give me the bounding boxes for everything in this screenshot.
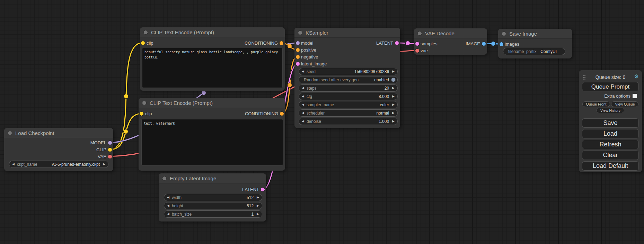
arrow-left-icon[interactable]: ◀ <box>167 196 169 199</box>
widget-ckpt-name[interactable]: ◀ ckpt_name v1-5-pruned-emaonly.ckpt ▶ <box>9 161 108 168</box>
view-history-button[interactable]: View History <box>597 108 624 113</box>
toggle-icon[interactable] <box>391 78 396 82</box>
node-title-bar[interactable]: VAE Decode <box>414 28 487 38</box>
widget-filename-prefix[interactable]: filename_prefix ComfyUI <box>503 48 565 55</box>
input-slot-clip[interactable] <box>139 111 144 116</box>
node-save-image[interactable]: Save Image images filename_prefix ComfyU… <box>498 29 572 58</box>
input-slot-model[interactable] <box>295 41 300 45</box>
node-title-bar[interactable]: Load Checkpoint <box>4 128 113 138</box>
arrow-right-icon[interactable]: ▶ <box>392 70 395 73</box>
arrow-right-icon[interactable]: ▶ <box>392 111 395 115</box>
output-slot-latent[interactable] <box>395 41 399 45</box>
queue-prompt-button[interactable]: Queue Prompt <box>582 82 639 91</box>
collapse-dot-icon[interactable] <box>502 31 506 36</box>
output-row: VAE <box>4 153 113 160</box>
refresh-button[interactable]: Refresh <box>582 140 639 149</box>
arrow-left-icon[interactable]: ◀ <box>302 103 304 106</box>
node-title-bar[interactable]: Save Image <box>498 29 572 39</box>
node-clip-text-encode-negative[interactable]: CLIP Text Encode (Prompt) clip CONDITION… <box>139 98 285 171</box>
output-slot-vae[interactable] <box>108 154 112 159</box>
arrow-right-icon[interactable]: ▶ <box>392 103 395 106</box>
load-button[interactable]: Load <box>582 129 639 138</box>
collapse-dot-icon[interactable] <box>298 30 302 35</box>
collapse-dot-icon[interactable] <box>417 31 422 36</box>
input-slot-clip[interactable] <box>141 41 145 45</box>
arrow-right-icon[interactable]: ▶ <box>257 213 259 216</box>
input-slot-positive[interactable] <box>295 48 300 52</box>
input-slot-negative[interactable] <box>295 55 300 59</box>
node-clip-text-encode-positive[interactable]: CLIP Text Encode (Prompt) clip CONDITION… <box>140 27 285 91</box>
arrow-left-icon[interactable]: ◀ <box>12 163 15 166</box>
widget-label: filename_prefix <box>508 49 536 54</box>
arrow-left-icon[interactable]: ◀ <box>302 120 304 123</box>
widget-value: 156680208700286 <box>354 69 389 74</box>
widget-value: ComfyUI <box>540 49 557 54</box>
input-label: samples <box>421 41 437 46</box>
prompt-textarea[interactable]: beautiful scenery nature glass bottle la… <box>142 48 283 88</box>
output-slot-clip[interactable] <box>108 147 112 152</box>
link-dot[interactable] <box>202 91 206 95</box>
widget-random-seed[interactable]: Random seed after every gen enabled <box>299 76 398 83</box>
prompt-textarea[interactable]: text, watermark <box>141 119 283 165</box>
load-default-button[interactable]: Load Default <box>582 161 639 171</box>
widget-cfg[interactable]: ◀ cfg 8.000 ▶ <box>299 93 398 100</box>
output-slot-latent[interactable] <box>261 187 265 192</box>
arrow-right-icon[interactable]: ▶ <box>257 204 259 207</box>
input-slot-vae[interactable] <box>415 48 420 53</box>
node-title-bar[interactable]: CLIP Text Encode (Prompt) <box>139 98 285 108</box>
output-slot-conditioning[interactable] <box>280 111 284 116</box>
widget-denoise[interactable]: ◀ denoise 1.000 ▶ <box>299 118 398 125</box>
node-title-bar[interactable]: KSampler <box>294 28 400 38</box>
widget-scheduler[interactable]: ◀ scheduler normal ▶ <box>299 109 398 117</box>
output-slot-conditioning[interactable] <box>279 41 284 45</box>
link-dot[interactable] <box>124 94 129 99</box>
input-slot-samples[interactable] <box>415 42 420 46</box>
node-load-checkpoint[interactable]: Load Checkpoint MODEL CLIP VAE ◀ ckpt_na… <box>4 128 113 171</box>
input-slot-latent-image[interactable] <box>295 62 300 66</box>
node-ksampler[interactable]: KSampler model LATENT positive negative … <box>294 28 400 128</box>
arrow-right-icon[interactable]: ▶ <box>392 95 395 98</box>
slot-row: latent_image <box>294 60 400 67</box>
link-dot[interactable] <box>288 83 292 88</box>
widget-width[interactable]: ◀ width 512 ▶ <box>164 194 262 201</box>
collapse-dot-icon[interactable] <box>143 30 148 35</box>
link-dot[interactable] <box>288 44 292 48</box>
arrow-left-icon[interactable]: ◀ <box>167 204 169 207</box>
node-title-bar[interactable]: Empty Latent Image <box>159 173 266 183</box>
arrow-right-icon[interactable]: ▶ <box>257 196 259 199</box>
output-slot-image[interactable] <box>482 42 486 46</box>
output-slot-model[interactable] <box>108 141 112 145</box>
gear-icon[interactable]: ⚙ <box>634 74 639 79</box>
slot-row: clip CONDITIONING <box>140 39 285 46</box>
arrow-right-icon[interactable]: ▶ <box>103 163 105 166</box>
widget-steps[interactable]: ◀ steps 20 ▶ <box>299 84 398 92</box>
arrow-left-icon[interactable]: ◀ <box>302 87 304 90</box>
link-dot[interactable] <box>124 129 128 134</box>
widget-value: 1.000 <box>379 119 389 124</box>
widget-seed[interactable]: ◀ seed 156680208700286 ▶ <box>299 68 398 75</box>
collapse-dot-icon[interactable] <box>162 176 167 181</box>
collapse-dot-icon[interactable] <box>142 101 147 105</box>
widget-sampler-name[interactable]: ◀ sampler_name euler ▶ <box>299 101 398 108</box>
arrow-left-icon[interactable]: ◀ <box>302 111 304 115</box>
input-slot-images[interactable] <box>499 42 504 46</box>
collapse-dot-icon[interactable] <box>8 131 12 135</box>
queue-front-button[interactable]: Queue Front <box>582 101 610 107</box>
link-dot[interactable] <box>491 42 496 46</box>
arrow-left-icon[interactable]: ◀ <box>167 213 169 216</box>
widget-height[interactable]: ◀ height 512 ▶ <box>164 202 262 209</box>
link-dot[interactable] <box>406 41 410 46</box>
graph-canvas[interactable]: Load Checkpoint MODEL CLIP VAE ◀ ckpt_na… <box>0 0 644 244</box>
widget-batch-size[interactable]: ◀ batch_size 1 ▶ <box>164 210 262 218</box>
arrow-left-icon[interactable]: ◀ <box>302 70 304 73</box>
clear-button[interactable]: Clear <box>582 151 639 160</box>
arrow-right-icon[interactable]: ▶ <box>392 87 395 90</box>
extra-options-checkbox[interactable] <box>633 94 637 98</box>
save-button[interactable]: Save <box>582 118 639 128</box>
view-queue-button[interactable]: View Queue <box>611 101 638 107</box>
arrow-right-icon[interactable]: ▶ <box>392 120 395 123</box>
node-empty-latent-image[interactable]: Empty Latent Image LATENT ◀ width 512 ▶ … <box>159 173 266 222</box>
arrow-left-icon[interactable]: ◀ <box>302 95 304 98</box>
node-title-bar[interactable]: CLIP Text Encode (Prompt) <box>140 27 285 37</box>
node-vae-decode[interactable]: VAE Decode samples IMAGE vae <box>414 28 487 55</box>
